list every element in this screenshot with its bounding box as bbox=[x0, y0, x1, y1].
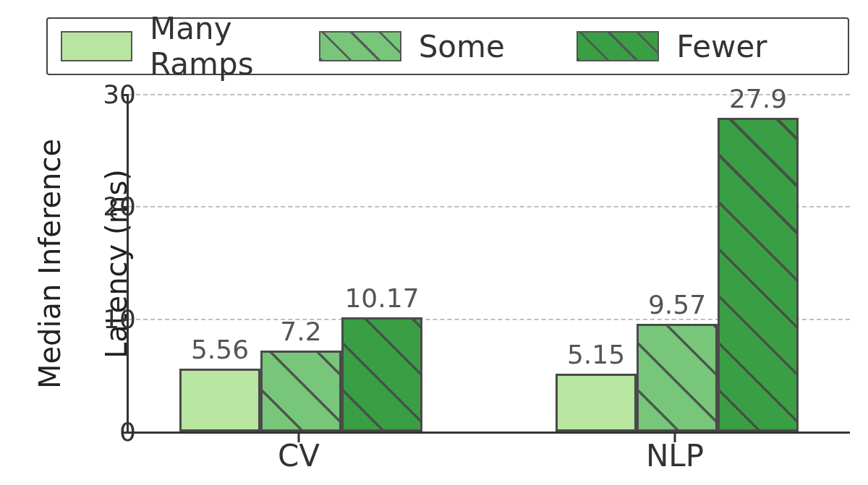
legend: Many Ramps Some Fewer bbox=[46, 17, 849, 75]
bar-nlp-some bbox=[637, 324, 718, 432]
legend-label: Fewer bbox=[676, 29, 767, 64]
bar-label-cv-fewer: 10.17 bbox=[344, 283, 419, 316]
y-axis-label-line1: Median Inference bbox=[33, 94, 67, 434]
legend-item-some: Some bbox=[319, 29, 577, 64]
y-tick-label: 0 bbox=[93, 417, 136, 447]
bar-label-nlp-fewer: 27.9 bbox=[729, 84, 787, 116]
chart-container: Many Ramps Some Fewer Median Inference L… bbox=[0, 0, 868, 485]
y-tick-label: 10 bbox=[93, 304, 136, 334]
x-tick-label-nlp: NLP bbox=[646, 438, 704, 473]
bar-label-nlp-many: 5.15 bbox=[567, 340, 625, 372]
bar-label-cv-some: 7.2 bbox=[280, 317, 321, 349]
bar-label-cv-many: 5.56 bbox=[191, 335, 249, 367]
y-axis-label: Median Inference Latency (ms) bbox=[0, 94, 72, 434]
legend-swatch-icon bbox=[61, 31, 132, 61]
x-tick-label-cv: CV bbox=[278, 438, 320, 473]
legend-item-many-ramps: Many Ramps bbox=[61, 11, 319, 82]
bar-nlp-many-ramps bbox=[556, 374, 637, 432]
y-tick-label: 20 bbox=[93, 192, 136, 221]
bar-cv-many-ramps bbox=[179, 369, 260, 432]
legend-swatch-icon bbox=[576, 31, 659, 61]
y-tick-label: 30 bbox=[93, 80, 136, 109]
legend-label: Many Ramps bbox=[150, 11, 319, 82]
bar-cv-fewer bbox=[341, 317, 422, 432]
plot-area: 5.56 7.2 10.17 5.15 9.57 27.9 bbox=[127, 94, 850, 434]
bar-cv-some bbox=[260, 351, 341, 432]
legend-item-fewer: Fewer bbox=[576, 29, 835, 64]
bar-label-nlp-some: 9.57 bbox=[648, 290, 706, 322]
legend-swatch-icon bbox=[319, 31, 401, 61]
legend-label: Some bbox=[419, 29, 505, 64]
bar-nlp-fewer bbox=[718, 118, 799, 432]
